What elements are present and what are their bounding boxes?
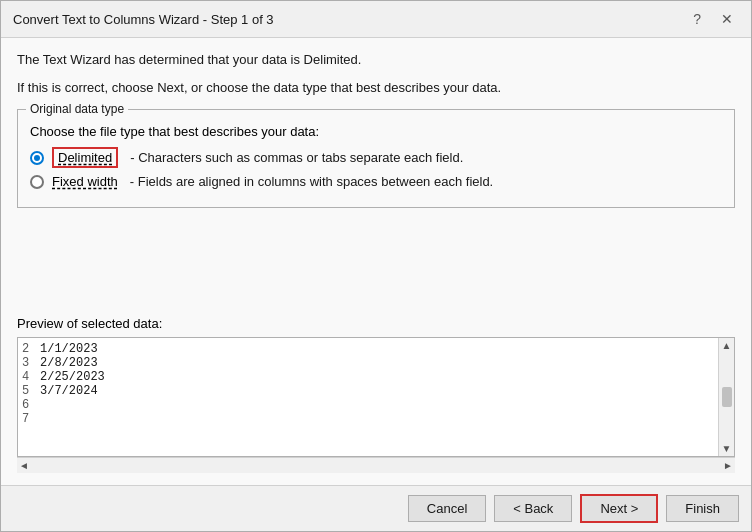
delimited-radio[interactable]	[30, 151, 44, 165]
row-data: 3/7/2024	[40, 384, 98, 398]
row-data: 1/1/2023	[40, 342, 98, 356]
vertical-scrollbar[interactable]: ▲ ▼	[718, 338, 734, 456]
next-button[interactable]: Next >	[580, 494, 658, 523]
preview-row: 21/1/2023	[22, 342, 714, 356]
preview-row: 42/25/2023	[22, 370, 714, 384]
scroll-down-arrow[interactable]: ▼	[722, 443, 732, 454]
scroll-left-arrow[interactable]: ◄	[19, 460, 29, 471]
scroll-up-arrow[interactable]: ▲	[722, 340, 732, 351]
title-bar: Convert Text to Columns Wizard - Step 1 …	[1, 1, 751, 38]
dialog-title: Convert Text to Columns Wizard - Step 1 …	[13, 12, 274, 27]
row-number: 3	[22, 356, 38, 370]
row-number: 6	[22, 398, 38, 412]
preview-content[interactable]: 21/1/202332/8/202342/25/202353/7/202467	[18, 338, 718, 456]
group-subtitle: Choose the file type that best describes…	[30, 124, 722, 139]
row-number: 5	[22, 384, 38, 398]
row-number: 2	[22, 342, 38, 356]
row-number: 7	[22, 412, 38, 426]
close-button[interactable]: ✕	[715, 9, 739, 29]
delimited-description: - Characters such as commas or tabs sepa…	[130, 150, 463, 165]
fixed-width-description: - Fields are aligned in columns with spa…	[130, 174, 493, 189]
preview-row: 7	[22, 412, 714, 426]
delimited-label[interactable]: Delimited	[52, 147, 118, 168]
delimited-option-row: Delimited - Characters such as commas or…	[30, 147, 722, 168]
preview-box: 21/1/202332/8/202342/25/202353/7/202467 …	[17, 337, 735, 457]
horizontal-scrollbar[interactable]: ◄ ►	[17, 457, 735, 473]
preview-row: 32/8/2023	[22, 356, 714, 370]
group-label: Original data type	[26, 102, 128, 116]
row-number: 4	[22, 370, 38, 384]
preview-row: 6	[22, 398, 714, 412]
row-data: 2/25/2023	[40, 370, 105, 384]
back-button[interactable]: < Back	[494, 495, 572, 522]
fixed-width-radio[interactable]	[30, 175, 44, 189]
fixed-width-label[interactable]: Fixed width	[52, 174, 118, 189]
footer: Cancel < Back Next > Finish	[1, 485, 751, 531]
preview-section: Preview of selected data: 21/1/202332/8/…	[17, 316, 735, 473]
content-area: The Text Wizard has determined that your…	[1, 38, 751, 485]
row-data: 2/8/2023	[40, 356, 98, 370]
cancel-button[interactable]: Cancel	[408, 495, 486, 522]
group-content: Choose the file type that best describes…	[30, 124, 722, 189]
preview-label: Preview of selected data:	[17, 316, 735, 331]
data-type-group: Original data type Choose the file type …	[17, 109, 735, 208]
intro-line1: The Text Wizard has determined that your…	[17, 50, 735, 70]
scroll-right-arrow[interactable]: ►	[723, 460, 733, 471]
help-button[interactable]: ?	[687, 9, 707, 29]
fixed-width-option-row: Fixed width - Fields are aligned in colu…	[30, 174, 722, 189]
preview-row: 53/7/2024	[22, 384, 714, 398]
scroll-thumb[interactable]	[722, 387, 732, 407]
finish-button[interactable]: Finish	[666, 495, 739, 522]
spacer	[17, 216, 735, 308]
dialog: Convert Text to Columns Wizard - Step 1 …	[0, 0, 752, 532]
intro-line2: If this is correct, choose Next, or choo…	[17, 78, 735, 98]
title-bar-actions: ? ✕	[687, 9, 739, 29]
